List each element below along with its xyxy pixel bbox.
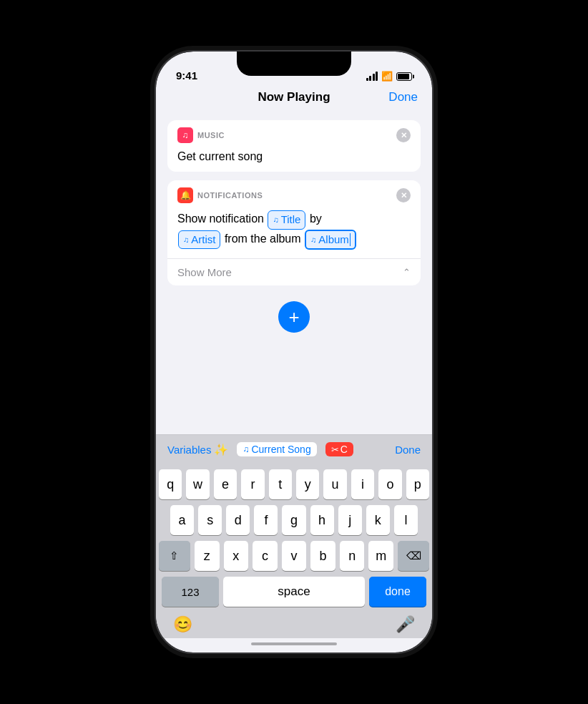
music-card-content: Get current song bbox=[167, 147, 421, 172]
key-p[interactable]: p bbox=[406, 469, 429, 499]
current-song-token[interactable]: ♫ Current Song bbox=[237, 442, 316, 456]
key-u[interactable]: u bbox=[323, 469, 346, 499]
keyboard-row-3: ⇧ z x c v b n m ⌫ bbox=[159, 541, 429, 571]
notification-card-content: Show notification ♫Title by ♫Artist from… bbox=[167, 207, 421, 258]
music-card-text: Get current song bbox=[177, 150, 263, 162]
key-z[interactable]: z bbox=[195, 541, 220, 571]
notif-from: from the album bbox=[225, 233, 301, 245]
key-m[interactable]: m bbox=[368, 541, 393, 571]
notification-label-row: 🔔 NOTIFICATIONS bbox=[177, 187, 263, 203]
shortcuts-token[interactable]: ✂ C bbox=[325, 442, 353, 456]
home-bar bbox=[156, 638, 432, 652]
key-shift[interactable]: ⇧ bbox=[159, 541, 190, 571]
key-space[interactable]: space bbox=[223, 577, 365, 607]
space-label: space bbox=[278, 585, 310, 599]
status-icons: 📶 bbox=[366, 71, 413, 82]
add-action-button[interactable]: + bbox=[278, 301, 310, 333]
notification-text: Show notification ♫Title by ♫Artist from… bbox=[177, 210, 411, 250]
page-title: Now Playing bbox=[258, 90, 330, 104]
key-done[interactable]: done bbox=[369, 577, 426, 607]
key-t[interactable]: t bbox=[269, 469, 292, 499]
artist-token[interactable]: ♫Artist bbox=[178, 230, 220, 250]
notif-by: by bbox=[310, 212, 322, 225]
current-song-label: Current Song bbox=[251, 444, 310, 455]
key-y[interactable]: y bbox=[296, 469, 319, 499]
music-label-row: ♫ MUSIC bbox=[177, 127, 225, 143]
keyboard-emoji-row: 😊 🎤 bbox=[159, 612, 429, 634]
variables-button[interactable]: Variables ✨ bbox=[167, 443, 228, 456]
album-token[interactable]: ♫Album bbox=[305, 230, 356, 250]
artist-token-label: Artist bbox=[191, 232, 215, 248]
battery-icon bbox=[396, 72, 412, 81]
notification-card-icon: 🔔 bbox=[177, 187, 193, 203]
keyboard-row-1: q w e r t y u i o p bbox=[159, 469, 429, 499]
show-more-row[interactable]: Show More ⌃ bbox=[167, 258, 421, 285]
key-b[interactable]: b bbox=[310, 541, 335, 571]
key-s[interactable]: s bbox=[198, 505, 222, 535]
notification-card-label: NOTIFICATIONS bbox=[197, 191, 263, 200]
key-k[interactable]: k bbox=[366, 505, 390, 535]
key-d[interactable]: d bbox=[226, 505, 250, 535]
music-card-header: ♫ MUSIC ✕ bbox=[167, 120, 421, 147]
key-v[interactable]: v bbox=[282, 541, 307, 571]
music-card: ♫ MUSIC ✕ Get current song bbox=[167, 120, 421, 172]
home-indicator bbox=[251, 642, 337, 645]
key-l[interactable]: l bbox=[394, 505, 418, 535]
music-card-icon: ♫ bbox=[177, 127, 193, 143]
variables-label: Variables bbox=[167, 444, 211, 456]
delete-icon: ⌫ bbox=[406, 549, 421, 562]
microphone-icon[interactable]: 🎤 bbox=[396, 615, 415, 634]
title-token[interactable]: ♫Title bbox=[268, 210, 305, 230]
key-e[interactable]: e bbox=[214, 469, 237, 499]
music-note-small-icon: ♫ bbox=[242, 444, 249, 454]
notification-card: 🔔 NOTIFICATIONS ✕ Show notification ♫Tit… bbox=[167, 180, 421, 285]
title-token-label: Title bbox=[281, 212, 301, 228]
variables-bar-done-button[interactable]: Done bbox=[395, 444, 421, 456]
key-a[interactable]: a bbox=[170, 505, 194, 535]
music-card-label: MUSIC bbox=[197, 131, 225, 140]
key-q[interactable]: q bbox=[159, 469, 182, 499]
key-g[interactable]: g bbox=[282, 505, 305, 535]
key-h[interactable]: h bbox=[310, 505, 334, 535]
keyboard: q w e r t y u i o p a s d f g h j k bbox=[156, 464, 432, 638]
key-r[interactable]: r bbox=[241, 469, 264, 499]
notification-card-header: 🔔 NOTIFICATIONS ✕ bbox=[167, 180, 421, 207]
wifi-icon: 📶 bbox=[381, 71, 393, 82]
text-cursor bbox=[350, 233, 351, 246]
header-done-button[interactable]: Done bbox=[388, 90, 418, 104]
variables-bar: Variables ✨ ♫ Current Song ✂ C Done bbox=[156, 434, 432, 464]
music-card-close-button[interactable]: ✕ bbox=[396, 128, 411, 142]
content-area: ♫ MUSIC ✕ Get current song 🔔 bbox=[156, 113, 432, 434]
key-f[interactable]: f bbox=[254, 505, 278, 535]
keyboard-row-bottom: 123 space done bbox=[159, 577, 429, 607]
album-token-label: Album bbox=[318, 232, 349, 248]
key-n[interactable]: n bbox=[340, 541, 365, 571]
shift-icon: ⇧ bbox=[170, 549, 179, 562]
numbers-label: 123 bbox=[181, 586, 199, 598]
shortcuts-label: C bbox=[340, 444, 348, 455]
shortcuts-icon: ✂ bbox=[331, 444, 339, 455]
key-j[interactable]: j bbox=[338, 505, 362, 535]
key-w[interactable]: w bbox=[186, 469, 209, 499]
notification-card-close-button[interactable]: ✕ bbox=[396, 188, 411, 202]
key-o[interactable]: o bbox=[378, 469, 401, 499]
status-time: 9:41 bbox=[176, 69, 197, 82]
emoji-icon[interactable]: 😊 bbox=[173, 615, 192, 634]
header: Now Playing Done bbox=[156, 87, 432, 113]
key-numbers[interactable]: 123 bbox=[162, 577, 219, 607]
key-c[interactable]: c bbox=[253, 541, 278, 571]
done-label: done bbox=[385, 585, 411, 598]
notif-prefix: Show notification bbox=[177, 212, 264, 225]
key-delete[interactable]: ⌫ bbox=[398, 541, 429, 571]
add-button-container: + bbox=[167, 294, 421, 344]
key-i[interactable]: i bbox=[351, 469, 374, 499]
show-more-label: Show More bbox=[177, 266, 232, 278]
keyboard-row-2: a s d f g h j k l bbox=[159, 505, 429, 535]
signal-icon bbox=[366, 72, 378, 81]
wand-icon: ✨ bbox=[214, 443, 228, 456]
show-more-chevron-icon: ⌃ bbox=[403, 267, 411, 278]
key-x[interactable]: x bbox=[224, 541, 249, 571]
